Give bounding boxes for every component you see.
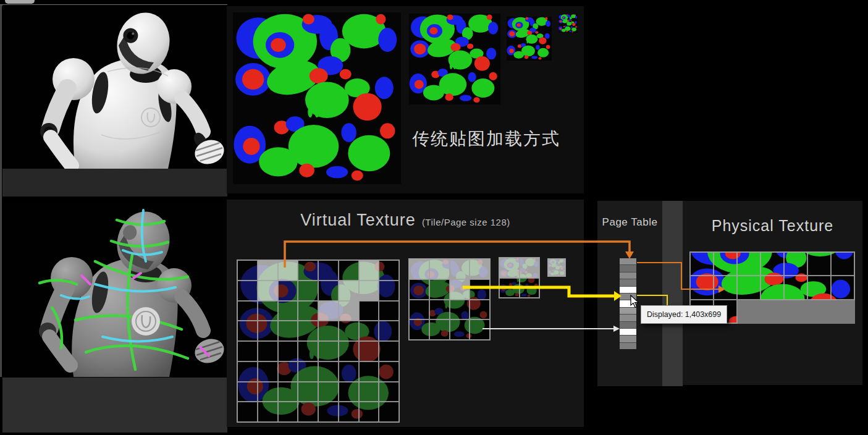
texture-tile [298,260,318,281]
texture-tile [359,260,379,281]
texture-tile [429,300,450,320]
texture-tile [237,281,258,301]
texture-tile [318,382,339,402]
texture-tile [499,278,520,298]
texture-tile [409,319,429,340]
page-table-panel: Page Table [597,201,662,386]
texture-tile [258,321,278,341]
texture-tile [520,278,540,298]
texture-tile [339,361,359,382]
virtual-texture-title: Virtual Texture [300,211,416,230]
texture-tile [714,252,737,276]
texture-tile [450,319,470,340]
virtual-texture-mip0 [237,260,400,423]
texture-tile [318,260,339,281]
texture-tile [784,276,807,299]
virtual-texture-mip0-grid [237,260,399,422]
texture-tile [278,301,298,321]
virtual-texture-subtitle: (Tile/Page size 128) [422,217,510,227]
texture-tile [318,402,339,422]
texture-tile [278,321,298,341]
texture-tile [379,301,399,321]
window-left-edge [0,5,2,377]
texture-tile [450,259,470,279]
virtual-texture-mip2 [499,257,540,298]
texture-tile [470,300,490,320]
texture-tile [237,321,258,341]
texture-tile [339,321,359,341]
texture-tile [278,281,298,301]
texture-tile [379,281,399,301]
texture-tile [298,402,318,422]
texture-tile [409,259,429,279]
texture-tile [379,260,399,281]
virtual-texture-mip1 [408,258,491,340]
texture-tile [429,319,450,340]
texture-tile [318,301,339,321]
texture-tile [339,402,359,422]
page-table-entry [620,279,636,285]
texture-tile [359,341,379,361]
texture-tile [298,301,318,321]
mip-image-2 [507,17,552,61]
texture-tile [237,301,258,321]
texture-tile [237,361,258,382]
texture-tile [278,382,298,402]
page-table-entry [620,287,636,293]
resolution-tooltip: Displayed: 1,403x699 [641,305,727,324]
texture-tile [318,341,339,361]
page-table-entry [620,272,636,279]
texture-tile [237,402,258,422]
texture-tile [409,279,429,300]
texture-tile [298,321,318,341]
texture-tile [470,259,490,279]
texture-tile [258,402,278,422]
virtual-texture-header: Virtual Texture (Tile/Page size 128) [227,211,584,230]
texture-tile [359,382,379,402]
texture-tile [339,382,359,402]
virtual-texture-mip1-grid [409,259,490,340]
texture-tile [737,252,761,276]
texture-tile [318,321,339,341]
screenshot-stage: 传统贴图加载方式 Virtual Texture (Tile/Page size… [0,0,868,435]
video-gray-robot[interactable] [2,203,227,378]
page-table-entry [620,315,636,321]
texture-tile [831,252,854,276]
texture-tile [359,361,379,382]
texture-tile [258,281,278,301]
traditional-caption: 传统贴图加载方式 [412,127,560,151]
texture-tile [379,382,399,402]
traditional-texture-panel: 传统贴图加载方式 [227,6,584,193]
texture-tile [379,341,399,361]
texture-tile [409,300,429,320]
texture-tile [318,361,339,382]
player-bar-bottom [2,378,227,433]
texture-tile [359,281,379,301]
virtual-texture-mip2-grid [499,258,539,298]
texture-tile [298,341,318,361]
texture-tile [470,319,490,340]
texture-tile [298,382,318,402]
browser-tab-stub [5,0,35,4]
texture-tile [690,276,714,299]
page-table-entry [620,343,636,349]
texture-tile [298,281,318,301]
video-white-robot[interactable] [2,5,227,169]
texture-tile [359,402,379,422]
virtual-texture-panel: Virtual Texture (Tile/Page size 128) [227,200,584,427]
texture-tile [807,276,831,299]
texture-tile [714,276,737,299]
texture-tile [548,259,565,276]
mip-image-3 [558,14,578,33]
texture-tile [807,252,831,276]
texture-tile [258,382,278,402]
texture-tile [278,260,298,281]
texture-tile [237,382,258,402]
texture-tile [339,341,359,361]
texture-tile [470,279,490,300]
physical-texture-title: Physical Texture [683,217,862,235]
texture-tile [379,402,399,422]
page-table-entry [620,329,636,335]
texture-tile [379,361,399,382]
mip-image-1 [409,14,500,104]
